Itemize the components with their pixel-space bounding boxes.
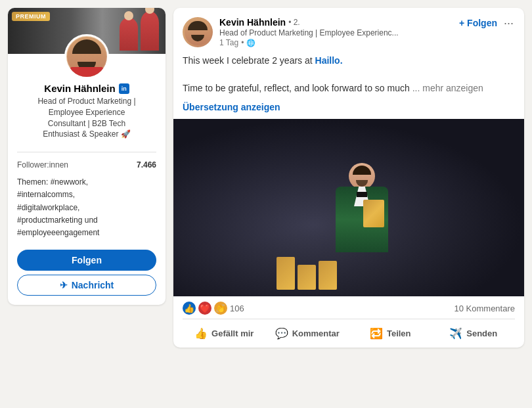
linkedin-icon: in bbox=[119, 83, 129, 94]
reactions-left: 👍 ❤️ 👏 106 bbox=[183, 302, 244, 315]
share-icon: 🔁 bbox=[370, 327, 383, 340]
post-actions-top: + Folgen ··· bbox=[459, 17, 515, 29]
send-icon: ✈ bbox=[60, 280, 68, 290]
like-icon: 👍 bbox=[194, 327, 208, 340]
clap-reaction: 👏 bbox=[214, 302, 227, 315]
dot-separator: • bbox=[241, 38, 244, 47]
action-buttons: 👍 Gefällt mir 💬 Kommentar 🔁 Teilen ✈️ Se… bbox=[183, 319, 515, 348]
post-follow-button[interactable]: + Folgen bbox=[459, 18, 497, 28]
reactions-row: 👍 ❤️ 👏 106 10 Kommentare bbox=[183, 302, 515, 319]
comments-count: 10 Kommentare bbox=[454, 304, 516, 313]
themes-section: Themen: #newwork, #internalcomms, #digit… bbox=[8, 172, 166, 246]
post-meta: Kevin Hähnlein • 2. Head of Product Mark… bbox=[219, 17, 453, 47]
heart-reaction: ❤️ bbox=[198, 302, 211, 315]
post-time: 1 Tag • 🌐 bbox=[219, 38, 453, 47]
divider-1 bbox=[17, 152, 156, 152]
post-text: This week I celebrate 2 years at Haillo.… bbox=[173, 54, 524, 102]
avatar bbox=[64, 34, 109, 79]
profile-info: Kevin Hähnlein in Head of Product Market… bbox=[8, 83, 166, 147]
comment-button[interactable]: 💬 Kommentar bbox=[266, 322, 349, 345]
haillo-link[interactable]: Haillo. bbox=[315, 55, 343, 66]
post-image bbox=[173, 119, 524, 296]
followers-row: Follower:innen 7.466 bbox=[8, 158, 166, 172]
post-name-row: Kevin Hähnlein • 2. bbox=[219, 17, 453, 28]
share-button[interactable]: 🔁 Teilen bbox=[349, 322, 432, 345]
like-reaction: 👍 bbox=[183, 302, 196, 315]
premium-badge: PREMIUM bbox=[12, 12, 50, 21]
mehr-anzeigen[interactable]: ... mehr anzeigen bbox=[412, 83, 483, 93]
profile-card: PREMIUM Kevin Hähnlein in Head of Produc… bbox=[8, 8, 166, 305]
more-options-button[interactable]: ··· bbox=[502, 17, 515, 29]
post-degree: • 2. bbox=[288, 18, 300, 27]
post-avatar bbox=[183, 17, 213, 47]
comment-icon: 💬 bbox=[275, 327, 288, 340]
post-footer: 👍 ❤️ 👏 106 10 Kommentare 👍 Gefällt mir 💬… bbox=[173, 296, 524, 348]
post-header: Kevin Hähnlein • 2. Head of Product Mark… bbox=[173, 8, 524, 54]
like-button[interactable]: 👍 Gefällt mir bbox=[183, 322, 266, 345]
send-icon-action: ✈️ bbox=[449, 327, 462, 340]
translate-link[interactable]: Übersetzung anzeigen bbox=[173, 102, 524, 119]
profile-title: Head of Product Marketing | Employee Exp… bbox=[17, 96, 156, 140]
message-button[interactable]: ✈ Nachricht bbox=[17, 275, 156, 296]
followers-count: 7.466 bbox=[137, 160, 156, 170]
send-button[interactable]: ✈️ Senden bbox=[432, 322, 516, 345]
globe-icon: 🌐 bbox=[246, 39, 255, 47]
post-subtitle: Head of Product Marketing | Employee Exp… bbox=[219, 28, 453, 37]
post-author-name: Kevin Hähnlein bbox=[219, 17, 286, 28]
post-card: Kevin Hähnlein • 2. Head of Product Mark… bbox=[173, 8, 524, 348]
profile-name: Kevin Hähnlein in bbox=[17, 83, 156, 94]
reaction-count: 106 bbox=[230, 304, 244, 313]
follow-button[interactable]: Folgen bbox=[17, 250, 156, 271]
